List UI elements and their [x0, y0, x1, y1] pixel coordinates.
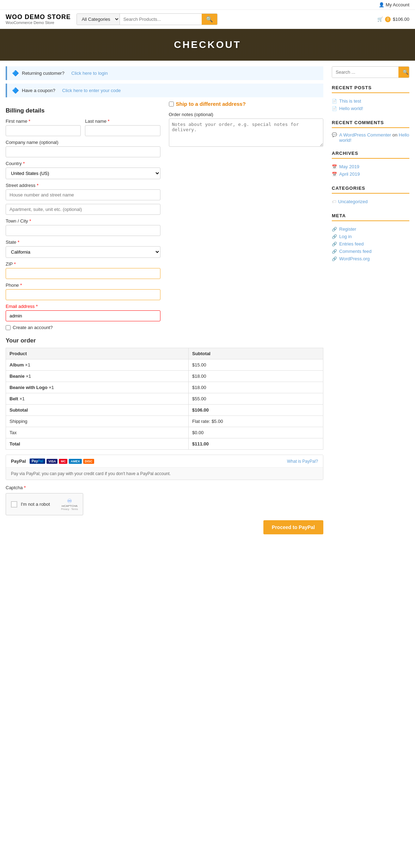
phone-input[interactable] — [6, 289, 160, 300]
apartment-input[interactable] — [6, 204, 160, 215]
last-name-input[interactable] — [85, 125, 160, 136]
recent-posts-section: RECENT POSTS 📄This is test📄Hello world! — [332, 85, 409, 112]
discover-logo: DISC — [83, 459, 94, 464]
captcha-text: I'm not a robot — [21, 502, 57, 507]
city-input[interactable] — [6, 225, 160, 236]
categories-title: CATEGORIES — [332, 186, 409, 194]
total-value: $111.00 — [188, 438, 323, 450]
email-input[interactable] — [6, 310, 160, 321]
coupon-link[interactable]: Click here to enter your code — [62, 88, 121, 93]
country-group: Country * United States (US) — [6, 161, 160, 179]
country-label: Country * — [6, 161, 160, 166]
meta-link[interactable]: Register — [339, 226, 356, 232]
meta-link[interactable]: Comments feed — [339, 249, 372, 254]
hero-banner: CHECKOUT — [0, 29, 415, 61]
order-notes-label: Order notes (optional) — [169, 112, 324, 117]
sidebar-search-input[interactable] — [332, 67, 398, 78]
what-paypal-link[interactable]: What is PayPal? — [287, 459, 318, 464]
company-group: Company name (optional) — [6, 140, 160, 157]
email-group: Email address * — [6, 304, 160, 321]
recent-comments-title: RECENT COMMENTS — [332, 120, 409, 128]
captcha-label: Captcha * — [6, 485, 323, 490]
comment-icon: 💬 — [332, 132, 337, 137]
meta-icon: 🔗 — [332, 227, 337, 232]
order-notes-group: Order notes (optional) — [169, 112, 324, 147]
archives-title: ARCHIVES — [332, 151, 409, 159]
street-label: Street address * — [6, 183, 160, 188]
main-content: 🔷 Returning customer? Click here to logi… — [6, 66, 323, 541]
table-row: Subtotal$106.00 — [6, 405, 323, 416]
returning-customer-link[interactable]: Click here to login — [71, 71, 108, 76]
zip-input[interactable] — [6, 268, 160, 279]
first-name-input[interactable] — [6, 125, 81, 136]
hero-title: CHECKOUT — [174, 39, 241, 50]
street-input[interactable] — [6, 189, 160, 200]
table-row: Tax$0.00 — [6, 427, 323, 438]
post-link[interactable]: This is test — [339, 98, 361, 104]
city-label: Town / City * — [6, 218, 160, 224]
order-notes-textarea[interactable] — [169, 119, 324, 147]
proceed-button[interactable]: Proceed to PayPal — [263, 520, 323, 534]
archive-link[interactable]: April 2019 — [339, 171, 360, 177]
search-bar: All Categories 🔍 — [77, 13, 218, 25]
archive-icon: 📅 — [332, 172, 337, 177]
meta-icon: 🔗 — [332, 234, 337, 239]
country-select[interactable]: United States (US) — [6, 168, 160, 179]
ship-different-checkbox[interactable] — [169, 102, 174, 107]
company-input[interactable] — [6, 146, 160, 157]
post-link[interactable]: Hello world! — [339, 106, 363, 111]
returning-customer-notice: 🔷 Returning customer? Click here to logi… — [6, 66, 323, 80]
sidebar-search-bar: 🔍 — [332, 66, 409, 78]
captcha-checkbox[interactable] — [11, 501, 17, 508]
category-icon: 🏷 — [332, 199, 336, 204]
list-item: 🏷Uncategorized — [332, 198, 409, 205]
right-column: Ship to a different address? Order notes… — [169, 101, 324, 330]
paypal-label: PayPal — [11, 459, 26, 464]
search-button[interactable]: 🔍 — [202, 14, 217, 25]
store-subtitle: WooCommerce Demo Store — [6, 20, 71, 25]
create-account-row: Create an account? — [6, 325, 160, 330]
meta-link[interactable]: Log in — [339, 234, 352, 239]
product-name: Album ×1 — [6, 359, 189, 371]
product-name: Beanie with Logo ×1 — [6, 382, 189, 393]
categories-list: 🏷Uncategorized — [332, 198, 409, 205]
ship-different-label: Ship to a different address? — [176, 101, 246, 107]
coupon-notice: 🔷 Have a coupon? Click here to enter you… — [6, 84, 323, 97]
meta-icon: 🔗 — [332, 256, 337, 261]
list-item: 🔗Comments feed — [332, 248, 409, 255]
account-icon: 👤 — [379, 2, 384, 7]
meta-list: 🔗Register🔗Log in🔗Entries feed🔗Comments f… — [332, 225, 409, 262]
search-category-select[interactable]: All Categories — [77, 14, 120, 25]
state-label: State * — [6, 239, 160, 245]
main-container: 🔷 Returning customer? Click here to logi… — [0, 61, 415, 547]
total-label: Shipping — [6, 416, 189, 427]
cart-icon-area[interactable]: 🛒 0 $106.00 — [377, 17, 409, 22]
sidebar-search-button[interactable]: 🔍 — [398, 67, 409, 78]
table-row: ShippingFlat rate: $5.00 — [6, 416, 323, 427]
list-item: 🔗Entries feed — [332, 240, 409, 248]
category-link[interactable]: Uncategorized — [338, 199, 368, 204]
search-input[interactable] — [120, 14, 202, 25]
meta-link[interactable]: Entries feed — [339, 241, 364, 247]
subtotal-col-header: Subtotal — [188, 348, 323, 359]
phone-label: Phone * — [6, 283, 160, 288]
post-icon: 📄 — [332, 99, 337, 104]
commenter-link[interactable]: A WordPress Commenter — [339, 132, 391, 138]
amex-logo: AMEX — [69, 459, 81, 464]
my-account-link[interactable]: 👤 My Account — [379, 2, 409, 7]
city-group: Town / City * — [6, 218, 160, 236]
create-account-label: Create an account? — [13, 325, 53, 330]
create-account-checkbox[interactable] — [6, 325, 11, 330]
billing-title: Billing details — [6, 107, 160, 114]
captcha-box[interactable]: I'm not a robot ♾ reCAPTCHA Privacy · Te… — [6, 493, 83, 515]
paypal-logos: PayPal VISA MC AMEX DISC — [30, 459, 94, 464]
state-select[interactable]: California — [6, 246, 160, 258]
meta-link[interactable]: WordPress.org — [339, 256, 370, 261]
meta-section: META 🔗Register🔗Log in🔗Entries feed🔗Comme… — [332, 213, 409, 262]
paypal-section: PayPal PayPal VISA MC AMEX DISC What is … — [6, 455, 323, 480]
categories-section: CATEGORIES 🏷Uncategorized — [332, 186, 409, 205]
last-name-group: Last name * — [85, 119, 160, 136]
company-label: Company name (optional) — [6, 140, 160, 145]
product-price: $18.00 — [188, 382, 323, 393]
archive-link[interactable]: May 2019 — [339, 164, 359, 169]
